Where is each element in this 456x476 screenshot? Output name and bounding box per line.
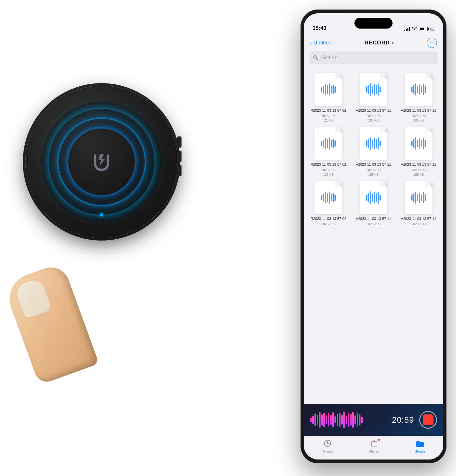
playback-wave-bar: [343, 412, 345, 428]
browse-icon: [416, 439, 424, 447]
wave-bar: [370, 137, 371, 150]
file-icon: [403, 126, 434, 161]
wave-bar: [378, 137, 379, 149]
wave-bar: [376, 193, 377, 202]
device-inner: [41, 102, 162, 222]
wave-bar: [417, 194, 418, 201]
playback-wave-bar: [359, 414, 360, 426]
wave-bar: [419, 138, 420, 149]
wave-bar: [417, 86, 418, 93]
file-icon: [313, 126, 344, 161]
file-waveform: [363, 83, 384, 96]
doc-shape: [360, 181, 387, 214]
file-date: 2023/11/3105 KB: [412, 168, 426, 177]
wave-bar: [366, 86, 367, 93]
wave-bar: [331, 86, 332, 93]
file-name: R2023-11-03-13-57-02: [311, 216, 346, 221]
wave-bar: [325, 138, 326, 149]
files-grid: R2023-11-03-13-57-02 2023/11/3123 KB V20…: [304, 69, 443, 418]
file-item[interactable]: V2023-11-03-13-57-11 2023/11/3105 KB: [353, 72, 394, 123]
svg-rect-2: [417, 443, 424, 447]
side-button-3[interactable]: [177, 165, 182, 176]
wave-bar: [333, 85, 334, 94]
wave-bar: [425, 86, 426, 93]
side-button-1[interactable]: [177, 136, 182, 148]
file-item[interactable]: V2023-11-03-13-57-11 2023/11/3: [398, 180, 439, 227]
wave-bar: [327, 193, 328, 202]
file-item[interactable]: R2023-11-03-13-57-02 2023/11/3123 KB: [307, 126, 349, 177]
playback-time: 20:59: [392, 415, 414, 425]
status-icons: 62: [404, 26, 434, 31]
playback-wave-bar: [337, 414, 338, 426]
file-item[interactable]: R2023-11-03-13-57-02 2023/11/3: [307, 180, 349, 227]
nav-dropdown-icon[interactable]: ▾: [392, 40, 394, 45]
wave-bar: [415, 192, 416, 204]
nav-title: RECORD ▾: [365, 40, 394, 46]
wave-bar: [413, 193, 414, 202]
search-icon: 🔍: [313, 55, 319, 61]
playback-wave-bar: [310, 418, 312, 422]
playback-bar[interactable]: 20:59: [304, 404, 443, 436]
file-date: 2023/11/3: [367, 222, 381, 227]
back-chevron-icon: ‹: [310, 39, 312, 46]
signal-icon: [404, 27, 410, 31]
tab-item-browse[interactable]: Browse: [415, 439, 425, 453]
file-icon: [358, 72, 389, 107]
file-icon: [313, 180, 344, 215]
playback-wave-bar: [332, 412, 334, 427]
file-waveform: [408, 83, 429, 96]
playback-wave-bar: [352, 412, 354, 428]
playback-wave-bar: [312, 416, 314, 424]
wave-bar: [323, 194, 324, 202]
wave-bar: [423, 192, 424, 203]
wave-bar: [421, 86, 422, 93]
wave-bar: [368, 139, 369, 148]
wave-bar: [331, 140, 332, 147]
wave-bar: [380, 87, 381, 92]
wave-bar: [415, 137, 416, 149]
file-item[interactable]: V2023-11-03-13-57-11 2023/11/3: [353, 180, 394, 227]
tab-label-shared: Shared: [369, 450, 379, 453]
wave-bar: [333, 193, 334, 202]
file-waveform: [363, 191, 384, 204]
tab-label-recents: Recents: [321, 450, 333, 453]
wave-bar: [321, 141, 322, 146]
file-icon: [403, 180, 434, 215]
file-icon: [403, 72, 434, 107]
wave-bar: [411, 87, 413, 92]
file-date: 2023/11/3123 KB: [321, 168, 336, 177]
doc-shape: [360, 127, 387, 160]
file-item[interactable]: V2023-11-03-13-57-11 2023/11/3105 KB: [398, 126, 439, 177]
file-waveform: [363, 137, 384, 150]
file-name: V2023-11-03-13-57-11: [401, 162, 436, 167]
search-bar[interactable]: 🔍 Search: [309, 51, 438, 64]
file-name: V2023-11-03-13-57-11: [356, 216, 391, 221]
file-date: 2023/11/3: [412, 222, 426, 227]
tab-item-shared[interactable]: Shared: [369, 439, 379, 453]
tab-item-recents[interactable]: Recents: [321, 439, 333, 453]
file-item[interactable]: V2023-11-03-13-57-11 2023/11/3105 KB: [353, 126, 394, 177]
file-waveform: [318, 137, 339, 150]
file-icon: [358, 126, 389, 161]
thumb-nail: [14, 277, 52, 319]
wave-bar: [376, 85, 377, 94]
record-stop-button[interactable]: [419, 411, 437, 429]
nav-more-button[interactable]: ···: [427, 38, 437, 48]
svg-rect-1: [371, 442, 377, 446]
wave-bar: [325, 192, 326, 203]
file-item[interactable]: R2023-11-03-13-57-02 2023/11/3123 KB: [307, 72, 349, 123]
shared-icon: [370, 439, 378, 449]
doc-shape: [405, 73, 433, 106]
ellipsis-icon: ···: [429, 39, 434, 46]
file-icon: [358, 180, 389, 215]
tab-icon-recents: [323, 439, 332, 449]
nav-back-button[interactable]: ‹ Untitled: [310, 39, 332, 46]
file-item[interactable]: V2023-11-03-13-57-11 2023/11/3105 KB: [398, 72, 439, 123]
device-logo-icon: [90, 152, 113, 171]
wave-bar: [325, 84, 326, 95]
doc-shape: [360, 73, 387, 106]
file-name: R2023-11-03-13-57-02: [311, 108, 346, 113]
tab-bar: Recents Shared Browse: [304, 436, 443, 459]
file-name: V2023-11-03-13-57-11: [356, 108, 391, 113]
side-button-2[interactable]: [177, 151, 182, 162]
